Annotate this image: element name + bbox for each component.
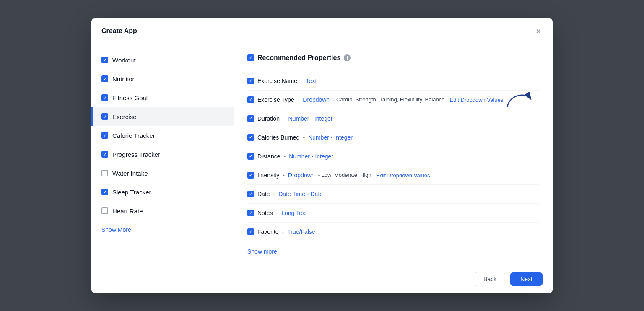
property-label-favorite: Favorite xyxy=(257,228,279,235)
property-label-calories-burned: Calories Burned xyxy=(257,134,299,141)
property-type-duration[interactable]: Number - Integer xyxy=(288,115,333,122)
sidebar-checkbox-heart-rate[interactable] xyxy=(101,207,108,214)
property-checkbox-distance[interactable] xyxy=(247,153,254,160)
sidebar-item-fitness-goal[interactable]: Fitness Goal xyxy=(91,88,234,107)
property-row-intensity: Intensity - Dropdown - Low, Moderate, Hi… xyxy=(247,166,539,185)
recommended-properties-checkbox[interactable] xyxy=(247,54,254,61)
modal-overlay: Create App × WorkoutNutritionFitness Goa… xyxy=(0,0,644,311)
property-edit-intensity[interactable]: Edit Dropdown Values xyxy=(377,172,430,179)
sidebar-checkbox-water-intake[interactable] xyxy=(101,170,108,176)
property-label-notes: Notes xyxy=(257,210,273,216)
sidebar-label-progress-tracker: Progress Tracker xyxy=(112,151,160,158)
sidebar-checkbox-workout[interactable] xyxy=(101,57,108,63)
property-dash-distance: - xyxy=(283,153,286,160)
sidebar: WorkoutNutritionFitness GoalExerciseCalo… xyxy=(91,44,234,265)
property-dropdown-values-exercise-type: - Cardio, Strength Training, Flexibility… xyxy=(333,96,444,103)
property-dash-favorite: - xyxy=(282,228,284,235)
sidebar-item-exercise[interactable]: Exercise xyxy=(91,107,234,126)
section-title: Recommended Properties xyxy=(257,54,340,62)
sidebar-label-heart-rate: Heart Rate xyxy=(112,207,143,215)
property-type-distance[interactable]: Number - Integer xyxy=(289,153,333,160)
modal-body: WorkoutNutritionFitness GoalExerciseCalo… xyxy=(91,44,553,265)
sidebar-label-exercise: Exercise xyxy=(112,113,137,120)
property-label-exercise-name: Exercise Name xyxy=(257,78,297,84)
sidebar-label-sleep-tracker: Sleep Tracker xyxy=(112,189,151,196)
property-checkbox-exercise-type[interactable] xyxy=(247,96,254,103)
back-button[interactable]: Back xyxy=(475,272,505,286)
property-checkbox-duration[interactable] xyxy=(247,115,254,122)
sidebar-checkbox-sleep-tracker[interactable] xyxy=(101,189,108,195)
sidebar-show-more-link[interactable]: Show More xyxy=(91,220,234,239)
sidebar-item-heart-rate[interactable]: Heart Rate xyxy=(91,202,234,220)
sidebar-item-calorie-tracker[interactable]: Calorie Tracker xyxy=(91,126,234,145)
property-row-exercise-name: Exercise Name - Text xyxy=(247,72,539,91)
property-dash-date: - xyxy=(273,191,275,197)
property-dash-notes: - xyxy=(276,210,278,216)
sidebar-checkbox-calorie-tracker[interactable] xyxy=(101,132,108,139)
property-type-notes[interactable]: Long Text xyxy=(281,210,306,216)
property-type-date[interactable]: Date Time - Date xyxy=(278,191,323,197)
sidebar-checkbox-fitness-goal[interactable] xyxy=(101,94,108,101)
show-more-main-link[interactable]: Show more xyxy=(247,248,277,255)
modal-title: Create App xyxy=(101,27,137,35)
property-row-exercise-type: Exercise Type - Dropdown - Cardio, Stren… xyxy=(247,91,539,109)
property-edit-exercise-type[interactable]: Edit Dropdown Values xyxy=(450,97,504,103)
sidebar-item-water-intake[interactable]: Water Intake xyxy=(91,164,234,183)
close-button[interactable]: × xyxy=(534,25,543,37)
sidebar-label-workout: Workout xyxy=(112,57,136,64)
property-label-date: Date xyxy=(257,191,270,197)
property-checkbox-notes[interactable] xyxy=(247,210,254,216)
main-content: Recommended Properties i Exercise Name -… xyxy=(234,44,553,265)
property-type-favorite[interactable]: True/False xyxy=(287,228,315,235)
section-header: Recommended Properties i xyxy=(247,54,539,62)
property-dash-calories-burned: - xyxy=(303,134,305,141)
property-type-calories-burned[interactable]: Number - Integer xyxy=(308,134,353,141)
property-row-calories-burned: Calories Burned - Number - Integer xyxy=(247,128,539,147)
create-app-modal: Create App × WorkoutNutritionFitness Goa… xyxy=(91,18,553,293)
sidebar-checkbox-progress-tracker[interactable] xyxy=(101,151,108,158)
sidebar-label-fitness-goal: Fitness Goal xyxy=(112,94,148,101)
properties-list: Exercise Name - TextExercise Type - Drop… xyxy=(247,72,539,241)
info-icon[interactable]: i xyxy=(344,54,351,61)
property-checkbox-exercise-name[interactable] xyxy=(247,78,254,84)
property-dash-exercise-type: - xyxy=(298,96,300,103)
sidebar-label-water-intake: Water Intake xyxy=(112,170,148,177)
sidebar-label-calorie-tracker: Calorie Tracker xyxy=(112,132,155,139)
property-type-exercise-type[interactable]: Dropdown xyxy=(303,96,330,103)
property-label-intensity: Intensity xyxy=(257,172,279,179)
property-type-intensity[interactable]: Dropdown xyxy=(288,172,315,179)
sidebar-item-workout[interactable]: Workout xyxy=(91,51,234,70)
modal-footer: Back Next xyxy=(91,265,553,293)
next-button[interactable]: Next xyxy=(510,272,543,286)
sidebar-checkbox-exercise[interactable] xyxy=(101,113,108,120)
property-dash-exercise-name: - xyxy=(301,78,303,84)
sidebar-label-nutrition: Nutrition xyxy=(112,75,136,83)
property-dropdown-values-intensity: - Low, Moderate, High xyxy=(318,172,371,178)
property-checkbox-date[interactable] xyxy=(247,191,254,197)
property-dash-duration: - xyxy=(283,115,285,122)
property-row-distance: Distance - Number - Integer xyxy=(247,147,539,166)
sidebar-checkbox-nutrition[interactable] xyxy=(101,75,108,82)
sidebar-item-nutrition[interactable]: Nutrition xyxy=(91,70,234,88)
property-label-exercise-type: Exercise Type xyxy=(257,96,294,103)
property-checkbox-calories-burned[interactable] xyxy=(247,134,254,141)
property-label-duration: Duration xyxy=(257,115,280,122)
property-row-duration: Duration - Number - Integer xyxy=(247,109,539,128)
property-row-favorite: Favorite - True/False xyxy=(247,223,539,241)
sidebar-item-progress-tracker[interactable]: Progress Tracker xyxy=(91,145,234,164)
property-row-notes: Notes - Long Text xyxy=(247,204,539,223)
sidebar-item-sleep-tracker[interactable]: Sleep Tracker xyxy=(91,183,234,202)
property-dash-intensity: - xyxy=(283,172,285,179)
property-type-exercise-name[interactable]: Text xyxy=(306,78,317,84)
property-row-date: Date - Date Time - Date xyxy=(247,185,539,204)
property-checkbox-intensity[interactable] xyxy=(247,172,254,179)
property-label-distance: Distance xyxy=(257,153,280,160)
property-checkbox-favorite[interactable] xyxy=(247,228,254,235)
modal-header: Create App × xyxy=(91,18,553,44)
